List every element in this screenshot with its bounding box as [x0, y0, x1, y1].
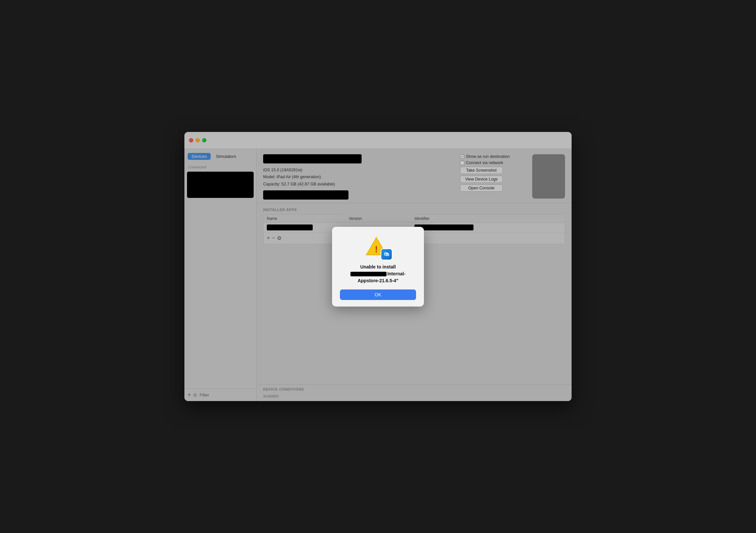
modal-app-badge: 🛍	[381, 248, 392, 260]
modal-title-line1: Unable to install	[360, 264, 396, 269]
modal-dialog: ! 🛍 Unable to install Internal- Appstore…	[332, 227, 424, 307]
modal-app-name-redacted	[350, 272, 387, 276]
main-window: Devices Simulators Connected + ⊙ Filter …	[184, 132, 572, 401]
modal-title-line2: Internal-	[387, 271, 405, 276]
modal-title: Unable to install Internal- Appstore-21.…	[350, 264, 405, 284]
modal-title-line3: Appstore-21.6.5-4"	[358, 278, 398, 283]
modal-icon-area: ! 🛍	[365, 236, 391, 259]
modal-overlay: ! 🛍 Unable to install Internal- Appstore…	[184, 132, 572, 401]
svg-text:!: !	[375, 244, 378, 254]
modal-ok-button[interactable]: OK	[340, 290, 416, 300]
